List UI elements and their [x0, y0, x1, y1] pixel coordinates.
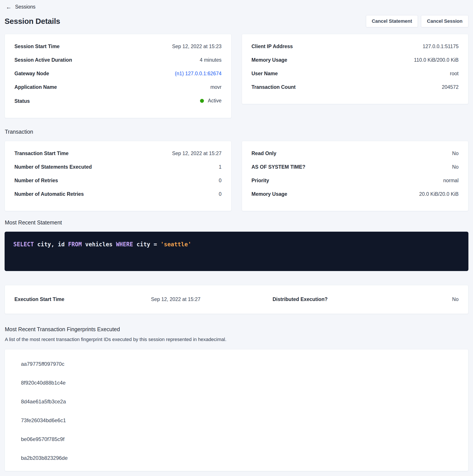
row-label: Transaction Start Time [15, 150, 69, 157]
row-value: 110.0 KiB/200.0 KiB [414, 57, 458, 63]
row-value: root [450, 70, 458, 77]
transaction-left-card: Transaction Start Time Sep 12, 2022 at 1… [5, 141, 231, 211]
summary-row: Number of Retries 0 [15, 177, 222, 184]
row-label: Application Name [15, 84, 57, 90]
summary-row: Number of Automatic Retries 0 [15, 191, 222, 197]
summary-row: Transaction Count 204572 [252, 84, 459, 90]
row-label: Number of Automatic Retries [15, 191, 84, 197]
section-title-fingerprints: Most Recent Transaction Fingerprints Exe… [5, 326, 468, 333]
sql-code: SELECT city, id FROM vehicles WHERE city… [13, 241, 191, 248]
cancel-session-button[interactable]: Cancel Session [421, 15, 468, 27]
summary-row: Priority normal [252, 177, 459, 184]
row-label: Session Start Time [15, 43, 60, 50]
page-header: Session Details Cancel Statement Cancel … [5, 15, 468, 27]
execution-start-time-pair: Execution Start Time Sep 12, 2022 at 15:… [15, 296, 200, 303]
section-title-most-recent-statement: Most Recent Statement [5, 219, 468, 226]
sql-token: WHERE [116, 241, 133, 248]
breadcrumb-back-link[interactable]: Sessions [15, 4, 35, 10]
summary-row: Session Active Duration 4 minutes [15, 57, 222, 63]
row-label: AS OF SYSTEM TIME? [252, 164, 306, 170]
row-value: 4 minutes [200, 57, 222, 63]
row-value: movr [210, 84, 221, 90]
fingerprints-card: aa79775ff097970c 8f920c40d88b1c4e 8d4ae6… [5, 349, 468, 471]
row-value: 1 [219, 164, 222, 170]
row-label: Read Only [252, 150, 277, 157]
row-value: 0 [219, 191, 222, 197]
row-label: Status [15, 98, 30, 104]
fingerprint-item: aa79775ff097970c [21, 355, 458, 374]
execution-card: Execution Start Time Sep 12, 2022 at 15:… [5, 285, 468, 314]
row-label: Number of Statements Executed [15, 164, 92, 170]
summary-row: Application Name movr [15, 84, 222, 90]
sql-token: city, id [34, 241, 68, 248]
summary-row: Transaction Start Time Sep 12, 2022 at 1… [15, 150, 222, 157]
sql-token: FROM [68, 241, 82, 248]
client-summary-card: Client IP Address 127.0.0.1:51175 Memory… [242, 34, 469, 104]
row-label: Memory Usage [252, 57, 287, 63]
row-label: Gateway Node [15, 70, 49, 77]
section-title-transaction: Transaction [5, 128, 468, 135]
summary-row: Status Active [15, 98, 222, 104]
session-status-badge: Active [200, 98, 222, 104]
summary-row: Client IP Address 127.0.0.1:51175 [252, 43, 459, 50]
summary-row: Session Start Time Sep 12, 2022 at 15:23 [15, 43, 222, 50]
row-value: No [452, 150, 458, 157]
row-label: User Name [252, 70, 278, 77]
row-label: Memory Usage [252, 191, 287, 197]
row-value: normal [443, 177, 458, 184]
status-label: Active [208, 98, 222, 104]
sql-token: city = [133, 241, 161, 248]
row-value: 127.0.0.1:51175 [423, 43, 458, 50]
row-value: 20.0 KiB/20.0 KiB [419, 191, 458, 197]
session-summary-card: Session Start Time Sep 12, 2022 at 15:23… [5, 34, 231, 118]
row-value: 0 [219, 177, 222, 184]
page-title: Session Details [5, 17, 60, 26]
summary-row: Memory Usage 20.0 KiB/20.0 KiB [252, 191, 459, 197]
session-details-page: ← Sessions Session Details Cancel Statem… [0, 0, 473, 476]
row-value: No [452, 164, 458, 170]
header-actions: Cancel Statement Cancel Session [366, 15, 468, 27]
summary-row: AS OF SYSTEM TIME? No [252, 164, 459, 170]
row-value: Sep 12, 2022 at 15:27 [172, 150, 221, 157]
fingerprint-item: ba2b203b823296de [21, 449, 458, 467]
gateway-node-link[interactable]: (n1) 127.0.0.1:62674 [175, 70, 222, 77]
sql-token: vehicles [82, 241, 116, 248]
row-value: Sep 12, 2022 at 15:23 [172, 43, 221, 50]
execution-start-time-label: Execution Start Time [15, 296, 64, 303]
summary-row: Read Only No [252, 150, 459, 157]
distributed-execution-label: Distributed Execution? [273, 296, 328, 303]
breadcrumb[interactable]: ← Sessions [6, 4, 468, 10]
cancel-statement-button[interactable]: Cancel Statement [366, 15, 418, 27]
status-dot-icon [200, 99, 204, 103]
sql-statement-box: SELECT city, id FROM vehicles WHERE city… [5, 232, 468, 271]
back-arrow-icon: ← [6, 4, 12, 10]
session-summary-grid: Session Start Time Sep 12, 2022 at 15:23… [5, 34, 468, 118]
summary-row: Number of Statements Executed 1 [15, 164, 222, 170]
fingerprint-item: be06e9570f785c9f [21, 430, 458, 449]
row-label: Transaction Count [252, 84, 296, 90]
execution-start-time-value: Sep 12, 2022 at 15:27 [151, 296, 200, 303]
sql-token: 'seattle' [161, 241, 191, 248]
fingerprint-item: 73fe26034bd6e6c1 [21, 411, 458, 430]
transaction-grid: Transaction Start Time Sep 12, 2022 at 1… [5, 141, 468, 211]
row-label: Number of Retries [15, 177, 58, 184]
fingerprints-description: A list of the most recent transaction fi… [5, 336, 468, 342]
summary-row: Gateway Node (n1) 127.0.0.1:62674 [15, 70, 222, 77]
sql-token: SELECT [13, 241, 34, 248]
row-value: 204572 [442, 84, 458, 90]
transaction-right-card: Read Only No AS OF SYSTEM TIME? No Prior… [242, 141, 469, 211]
summary-row: Memory Usage 110.0 KiB/200.0 KiB [252, 57, 459, 63]
distributed-execution-value: No [452, 296, 458, 303]
fingerprint-item: 8d4ae61a5fb3ce2a [21, 392, 458, 411]
row-label: Priority [252, 177, 269, 184]
row-label: Client IP Address [252, 43, 293, 50]
fingerprint-item: 8f920c40d88b1c4e [21, 374, 458, 392]
summary-row: User Name root [252, 70, 459, 77]
distributed-execution-pair: Distributed Execution? No [273, 296, 458, 303]
row-label: Session Active Duration [15, 57, 72, 63]
